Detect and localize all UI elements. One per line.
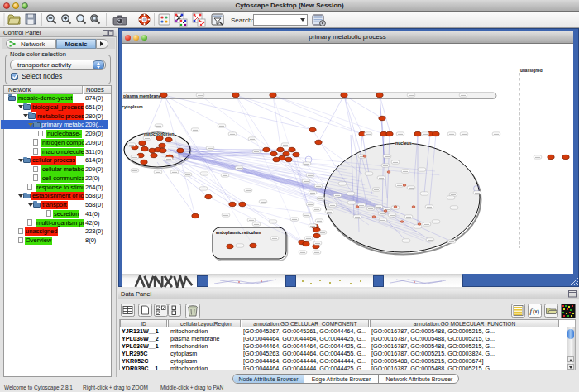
svg-text:mitochondrion: mitochondrion bbox=[144, 131, 174, 136]
svg-text:plasma membrane: plasma membrane bbox=[123, 93, 161, 98]
svg-text:cytoplasm: cytoplasm bbox=[122, 104, 143, 109]
svg-text:(x): (x) bbox=[533, 308, 539, 315]
svg-text:unassigned: unassigned bbox=[520, 69, 543, 73]
svg-text:endoplasmic reticulum: endoplasmic reticulum bbox=[216, 230, 261, 235]
svg-text:Search:: Search: bbox=[231, 17, 254, 24]
svg-text:nucleus: nucleus bbox=[395, 141, 412, 146]
